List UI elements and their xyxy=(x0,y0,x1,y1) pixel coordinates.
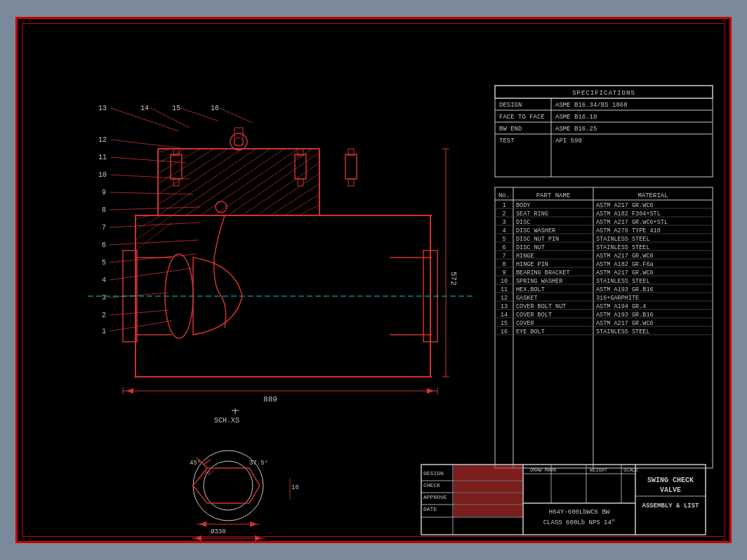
svg-rect-209 xyxy=(454,493,522,505)
svg-text:37.5°: 37.5° xyxy=(249,460,268,467)
svg-text:STAINLESS STEEL: STAINLESS STEEL xyxy=(596,236,650,243)
svg-text:8: 8 xyxy=(102,206,106,214)
svg-text:FACE TO FACE: FACE TO FACE xyxy=(499,114,545,121)
svg-line-17 xyxy=(110,192,193,194)
svg-rect-74 xyxy=(234,128,243,145)
svg-text:TEST: TEST xyxy=(499,138,515,145)
svg-text:SPECIFICATIONS: SPECIFICATIONS xyxy=(572,90,635,97)
svg-text:572: 572 xyxy=(449,272,458,286)
svg-text:5: 5 xyxy=(502,236,505,243)
svg-text:ASME B16.25: ASME B16.25 xyxy=(555,126,597,133)
svg-text:DISC NUT: DISC NUT xyxy=(516,244,545,251)
svg-text:4: 4 xyxy=(502,227,505,234)
svg-line-61 xyxy=(298,205,319,215)
svg-point-73 xyxy=(234,138,243,146)
svg-text:15: 15 xyxy=(172,105,180,112)
svg-text:DESIGN: DESIGN xyxy=(423,470,444,476)
svg-text:11: 11 xyxy=(501,286,508,293)
svg-marker-86 xyxy=(427,388,434,394)
svg-line-52 xyxy=(172,149,270,215)
svg-text:BEARING BRACKET: BEARING BRACKET xyxy=(516,269,570,276)
svg-rect-108 xyxy=(495,86,713,177)
svg-text:4: 4 xyxy=(102,276,106,284)
svg-text:STAINLESS STEEL: STAINLESS STEEL xyxy=(596,244,650,251)
svg-text:GASKET: GASKET xyxy=(516,295,538,302)
svg-text:3: 3 xyxy=(102,294,106,302)
svg-text:ASTM A217 GR.WC6+STL: ASTM A217 GR.WC6+STL xyxy=(596,219,668,226)
svg-rect-207 xyxy=(454,465,522,481)
svg-text:11: 11 xyxy=(98,154,107,161)
svg-text:STAINLESS STEEL: STAINLESS STEEL xyxy=(596,328,650,335)
svg-text:DISC WASHER: DISC WASHER xyxy=(516,227,555,234)
svg-rect-222 xyxy=(635,465,706,535)
svg-text:SEAT RING: SEAT RING xyxy=(516,211,548,218)
svg-text:7: 7 xyxy=(102,224,106,232)
svg-text:DRAW MARK: DRAW MARK xyxy=(530,467,557,473)
svg-line-57 xyxy=(242,163,319,215)
svg-text:Ø330: Ø330 xyxy=(211,528,226,535)
svg-point-72 xyxy=(230,133,247,150)
svg-text:12: 12 xyxy=(501,295,508,302)
svg-text:ASTM A217 GR.WC6: ASTM A217 GR.WC6 xyxy=(596,269,654,276)
svg-text:316+GARPHITE: 316+GARPHITE xyxy=(596,295,639,302)
svg-line-19 xyxy=(111,175,190,179)
svg-line-60 xyxy=(284,194,319,215)
svg-line-59 xyxy=(270,184,319,215)
svg-text:ASME B16.34/BS 1868: ASME B16.34/BS 1868 xyxy=(555,102,628,109)
svg-text:ASTM A194 GR.4: ASTM A194 GR.4 xyxy=(596,303,646,310)
svg-marker-99 xyxy=(199,521,206,527)
svg-text:SCH.XS: SCH.XS xyxy=(214,417,239,425)
svg-marker-103 xyxy=(194,535,201,541)
svg-line-63 xyxy=(135,215,161,229)
svg-text:9: 9 xyxy=(502,269,505,276)
svg-text:HINGE PIN: HINGE PIN xyxy=(516,261,548,268)
svg-text:9: 9 xyxy=(102,189,106,196)
svg-text:ASTM A276 TYPE 410: ASTM A276 TYPE 410 xyxy=(596,227,661,234)
svg-text:H64Y-600LbWC6 BW: H64Y-600LbWC6 BW xyxy=(549,509,610,516)
svg-line-23 xyxy=(111,140,186,149)
svg-text:ASTM A193 GR.B16: ASTM A193 GR.B16 xyxy=(596,312,654,319)
svg-rect-69 xyxy=(295,154,306,179)
svg-text:API 598: API 598 xyxy=(555,138,582,145)
svg-text:SPRING WASHER: SPRING WASHER xyxy=(516,278,562,285)
svg-text:7: 7 xyxy=(502,253,505,260)
svg-text:HEX.BOLT: HEX.BOLT xyxy=(516,286,545,293)
svg-text:ASTM A217 GR.WC6: ASTM A217 GR.WC6 xyxy=(596,320,654,327)
svg-text:1: 1 xyxy=(502,202,505,209)
svg-rect-210 xyxy=(454,505,522,516)
svg-text:ASTM A182 GR.F6a: ASTM A182 GR.F6a xyxy=(596,261,654,268)
svg-line-1 xyxy=(110,321,172,331)
svg-text:HINGE: HINGE xyxy=(516,253,534,260)
svg-text:2: 2 xyxy=(102,312,106,319)
svg-line-11 xyxy=(110,240,199,245)
svg-line-21 xyxy=(111,157,186,163)
svg-text:16: 16 xyxy=(211,105,219,112)
svg-line-13 xyxy=(110,222,200,227)
svg-text:PART NAME: PART NAME xyxy=(536,192,571,199)
svg-text:ASTM A193 GR.B16: ASTM A193 GR.B16 xyxy=(596,286,654,293)
svg-line-15 xyxy=(110,207,200,210)
svg-text:CLASS 600Lb NPS 14": CLASS 600Lb NPS 14" xyxy=(543,519,616,526)
svg-line-54 xyxy=(200,149,298,215)
svg-text:3: 3 xyxy=(502,219,505,226)
drawing-container: 1 2 3 4 5 6 7 8 9 10 11 12 xyxy=(15,17,732,543)
svg-text:ASTM A182 F304+STL: ASTM A182 F304+STL xyxy=(596,211,661,218)
svg-line-49 xyxy=(158,149,228,194)
svg-text:DESIGN: DESIGN xyxy=(499,102,522,109)
svg-text:16: 16 xyxy=(501,328,508,335)
svg-text:DATE: DATE xyxy=(423,506,437,512)
svg-text:889: 889 xyxy=(263,395,277,404)
svg-line-31 xyxy=(219,108,253,123)
svg-text:13: 13 xyxy=(501,303,508,310)
svg-line-7 xyxy=(110,268,193,280)
svg-rect-75 xyxy=(345,154,357,179)
svg-text:ASTM A217 GR.WC6: ASTM A217 GR.WC6 xyxy=(596,253,654,260)
svg-rect-77 xyxy=(348,179,354,186)
svg-text:BW END: BW END xyxy=(499,126,522,133)
svg-text:EYE BOLT: EYE BOLT xyxy=(516,328,545,335)
svg-text:APPROVE: APPROVE xyxy=(423,494,447,500)
svg-text:BODY: BODY xyxy=(516,202,530,209)
svg-text:5: 5 xyxy=(102,259,106,267)
svg-text:14: 14 xyxy=(501,312,508,319)
svg-text:No.: No. xyxy=(498,192,510,199)
